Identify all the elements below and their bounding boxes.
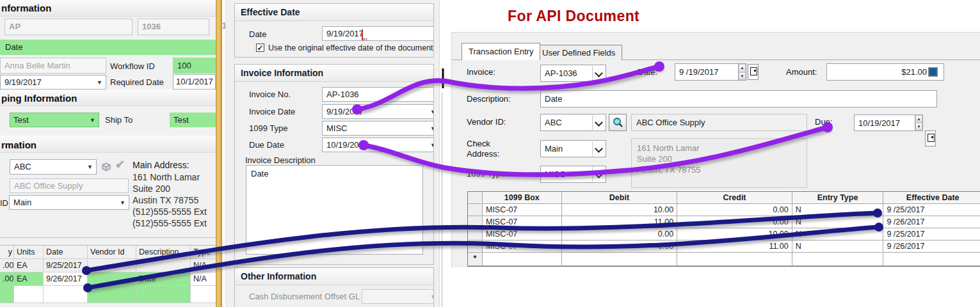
table-row[interactable]: .00 EA 9/25/2017 N/A	[0, 259, 221, 272]
combo-dropdown-button[interactable]	[592, 141, 605, 156]
vendor-id-combobox[interactable]: ABC ▼	[10, 159, 97, 175]
table-cell[interactable]: N	[792, 204, 884, 216]
table-cell[interactable]: 9 /26/2017	[883, 216, 980, 228]
spin-up-icon[interactable]: ▲	[739, 64, 746, 72]
description-field[interactable]: Date	[540, 90, 937, 107]
table-cell[interactable]	[483, 253, 562, 266]
table-cell[interactable]: 10.00	[677, 228, 792, 240]
table-cell[interactable]	[88, 259, 136, 272]
doc-number-field[interactable]: 1036	[138, 19, 209, 35]
amount-detail-button[interactable]	[928, 67, 938, 77]
table-cell[interactable]: 0.00	[562, 228, 678, 240]
chevron-down-icon[interactable]: ▼	[87, 164, 93, 170]
vendor-id-combobox[interactable]: ABC	[540, 114, 606, 131]
column-header[interactable]: Date	[44, 246, 88, 258]
vendor-verify-check-icon[interactable]: ✔	[115, 157, 125, 171]
spin-up-icon[interactable]: ▲	[915, 115, 922, 123]
table-cell[interactable]: Date	[136, 272, 191, 285]
calendar-icon[interactable]: 31	[362, 29, 363, 40]
table-cell[interactable]	[44, 286, 88, 303]
table-cell[interactable]: 11.00	[677, 240, 792, 253]
table-cell[interactable]	[136, 286, 191, 303]
tab-user-defined-fields[interactable]: User Defined Fields	[535, 45, 622, 60]
address-id-combobox[interactable]: Main ▼	[9, 195, 129, 210]
table-cell[interactable]: MISC-07	[483, 204, 562, 216]
table-cell[interactable]	[883, 253, 980, 266]
table-cell[interactable]: .00	[0, 259, 14, 272]
combo-dropdown-button[interactable]	[592, 115, 605, 130]
table-cell[interactable]: 0.00	[562, 240, 678, 253]
column-header[interactable]: Description	[136, 246, 191, 258]
table-row[interactable]: MISC-07 10.00 0.00 N 9 /25/2017	[468, 204, 980, 216]
due-date-field[interactable]: 10/19/2017	[854, 114, 915, 131]
type-1099-combobox[interactable]: MISC ▼	[322, 121, 434, 136]
spin-down-icon[interactable]: ▼	[915, 123, 922, 130]
ship-from-combobox[interactable]: Test ▼	[10, 113, 99, 127]
column-header[interactable]: 1099 Box	[483, 192, 562, 204]
date-spinner[interactable]: ▲ ▼	[738, 63, 746, 81]
table-cell[interactable]	[14, 286, 44, 303]
workflow-id-value[interactable]: 100	[173, 58, 216, 74]
table-cell[interactable]: 0.00	[677, 216, 792, 228]
required-date-field[interactable]: 10/1/2017	[173, 74, 216, 90]
due-date-combobox[interactable]: 10/19/2017 ▼	[322, 138, 434, 152]
combo-dropdown-button[interactable]	[592, 66, 605, 81]
table-row[interactable]	[0, 286, 221, 303]
table-cell[interactable]: .00	[0, 272, 14, 285]
invoice-description-textarea[interactable]: Date	[246, 165, 423, 255]
table-cell[interactable]: 9 /26/2017	[883, 240, 980, 253]
doc-type-field[interactable]: AP	[4, 19, 133, 35]
column-header[interactable]: Units	[14, 246, 44, 258]
due-calendar-button[interactable]	[925, 130, 936, 146]
table-cell[interactable]: 10.00	[562, 204, 678, 216]
table-cell[interactable]: N	[792, 216, 884, 228]
type-1099-combobox[interactable]: MISC	[540, 166, 606, 183]
use-original-date-checkbox[interactable]: ✓	[256, 43, 264, 52]
row-selector[interactable]	[468, 240, 483, 253]
table-cell[interactable]: 0.00	[677, 204, 792, 216]
new-row[interactable]: *	[468, 253, 980, 266]
column-header[interactable]: Entry Type	[792, 192, 884, 204]
table-cell[interactable]	[88, 272, 136, 285]
vendor-card-icon[interactable]	[100, 161, 112, 172]
check-address-combobox[interactable]: Main	[540, 140, 606, 157]
date-field[interactable]: 9 /19/2017	[675, 63, 739, 81]
table-cell[interactable]: MISC-07	[483, 228, 562, 240]
spin-down-icon[interactable]: ▼	[739, 72, 746, 81]
row-selector[interactable]	[468, 228, 483, 240]
due-date-spinner[interactable]: ▲ ▼	[915, 114, 923, 131]
table-cell[interactable]: MISC-07	[483, 216, 562, 228]
chevron-down-icon[interactable]: ▼	[430, 125, 434, 131]
cash-disbursement-gl-combobox[interactable]: ▼	[362, 289, 434, 304]
chevron-down-icon[interactable]: ▼	[97, 79, 102, 85]
calendar-button[interactable]	[748, 64, 759, 80]
requester-field[interactable]: Anna Belle Martin	[0, 58, 106, 74]
effective-date-field[interactable]: 9/19/2017 31	[322, 26, 434, 41]
amount-field[interactable]: $21.00	[826, 63, 944, 81]
table-cell[interactable]: MISC-07	[483, 240, 562, 253]
table-row[interactable]: MISC-07 11.00 0.00 N 9 /26/2017	[468, 216, 980, 228]
table-cell[interactable]: N	[792, 228, 884, 240]
tab-transaction-entry[interactable]: Transaction Entry	[462, 43, 540, 60]
table-cell[interactable]: 9 /25/2017	[883, 204, 980, 216]
chevron-down-icon[interactable]: ▼	[90, 117, 95, 123]
table-cell[interactable]: EA	[14, 259, 44, 272]
column-header[interactable]: Vendor Id	[88, 246, 136, 258]
column-header[interactable]: Effective Date	[883, 192, 980, 204]
table-cell[interactable]	[88, 286, 136, 303]
table-cell[interactable]	[562, 253, 678, 266]
table-cell[interactable]	[0, 286, 14, 303]
table-row[interactable]: .00 EA 9/26/2017 Date N/A	[0, 272, 221, 286]
table-cell[interactable]: EA	[14, 272, 44, 285]
chevron-down-icon[interactable]: ▼	[120, 200, 125, 205]
table-cell[interactable]: 9 /25/2017	[883, 228, 980, 240]
table-cell[interactable]: 9/26/2017	[44, 272, 88, 285]
invoice-date-combobox[interactable]: 9/19/2017 ▼	[322, 104, 434, 119]
table-cell[interactable]	[677, 253, 792, 266]
vendor-search-button[interactable]	[609, 114, 627, 131]
row-selector[interactable]	[468, 204, 483, 216]
table-cell[interactable]	[792, 253, 884, 266]
table-row[interactable]: MISC-07 0.00 11.00 N 9 /26/2017	[468, 240, 980, 253]
table-row[interactable]: MISC-07 0.00 10.00 N 9 /25/2017	[468, 228, 980, 240]
vendor-name-field[interactable]: ABC Office Supply	[10, 178, 129, 193]
